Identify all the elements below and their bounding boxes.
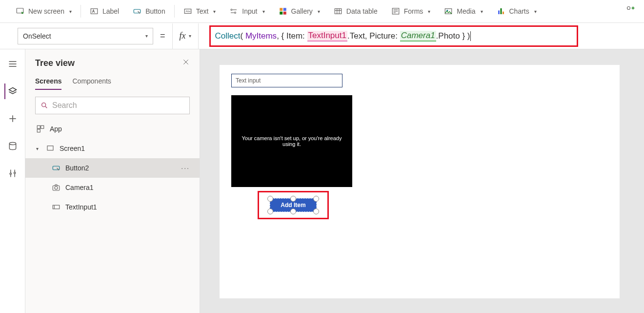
screen-icon	[46, 144, 55, 153]
tree-item-textinput1[interactable]: TextInput1	[25, 197, 200, 217]
charts-button[interactable]: Charts ▾	[490, 0, 543, 22]
separator	[198, 23, 199, 49]
formula-input[interactable]: Collect( MyItems, { Item: TextInput1.Tex…	[205, 23, 635, 49]
button-label: Add Item	[281, 202, 305, 209]
text-button[interactable]: Abc Text ▾	[177, 0, 223, 22]
forms-icon	[391, 7, 400, 16]
resize-handle[interactable]	[313, 209, 319, 214]
plus-icon	[626, 6, 635, 15]
tree-item-button2[interactable]: Button2 ···	[25, 158, 200, 178]
layers-icon	[8, 86, 18, 96]
search-icon	[40, 102, 48, 109]
fx-button[interactable]: fx ▾	[180, 31, 191, 41]
tree-tabs: Screens Components	[35, 77, 190, 90]
property-name: OnSelect	[23, 32, 51, 40]
tree-search-input[interactable]: Search	[35, 97, 190, 114]
chevron-down-icon: ▾	[189, 33, 191, 39]
resize-handle[interactable]	[267, 196, 273, 202]
token-control-ref: Camera1	[400, 31, 436, 42]
canvas-screen[interactable]: Text input Your camera isn't set up, or …	[220, 65, 620, 298]
text-input-icon	[52, 203, 60, 211]
add-more-button[interactable]	[626, 6, 635, 17]
resize-handle[interactable]	[290, 209, 296, 214]
canvas-area[interactable]: Text input Your camera isn't set up, or …	[200, 49, 644, 313]
tree-view-rail-button[interactable]	[4, 83, 20, 99]
label-button[interactable]: Label	[83, 0, 126, 22]
svg-point-7	[235, 12, 236, 14]
control-button-selected[interactable]: Add Item	[270, 198, 317, 212]
resize-handle[interactable]	[267, 209, 273, 214]
chevron-down-icon: ▾	[262, 9, 265, 14]
tree-label: Screen1	[60, 145, 85, 152]
tree-list: App ▾ Screen1 Button2 ··· Camera1 TextIn…	[25, 119, 200, 217]
tree-item-app[interactable]: App	[25, 119, 200, 139]
app-icon	[36, 125, 45, 133]
svg-rect-9	[280, 8, 282, 11]
control-camera[interactable]: Your camera isn't set up, or you're alre…	[231, 95, 352, 187]
hamburger-icon	[8, 59, 18, 69]
input-button[interactable]: Input ▾	[222, 0, 271, 22]
text-label: Text	[196, 7, 209, 15]
control-text-input[interactable]: Text input	[231, 74, 342, 87]
button-button[interactable]: Button	[126, 0, 172, 22]
svg-rect-42	[47, 146, 53, 150]
annotation-box: Add Item	[258, 191, 329, 219]
hamburger-button[interactable]	[5, 56, 20, 72]
new-screen-button[interactable]: New screen ▾	[9, 0, 79, 22]
more-options-button[interactable]: ···	[181, 164, 190, 172]
button-icon	[133, 7, 141, 16]
gallery-button[interactable]: Gallery ▾	[272, 0, 327, 22]
svg-point-26	[627, 6, 630, 9]
separator	[174, 5, 175, 18]
chevron-down-icon: ▾	[481, 9, 483, 14]
tree-view-title: Tree view	[35, 58, 75, 68]
tree-label: App	[50, 125, 62, 133]
chevron-down-icon: ▾	[213, 9, 216, 14]
svg-point-37	[42, 103, 46, 107]
fx-icon: fx	[180, 31, 186, 41]
resize-handle[interactable]	[313, 196, 319, 202]
charts-icon	[497, 7, 505, 16]
media-label: Media	[457, 7, 475, 15]
separator	[80, 5, 81, 18]
svg-rect-13	[335, 9, 342, 14]
tree-item-screen1[interactable]: ▾ Screen1	[25, 139, 200, 158]
text-icon: Abc	[183, 7, 192, 16]
new-screen-label: New screen	[28, 7, 64, 15]
button-text: Button	[145, 7, 165, 15]
svg-rect-40	[41, 125, 44, 128]
data-table-button[interactable]: Data table	[327, 0, 384, 22]
svg-point-33	[10, 173, 11, 174]
svg-rect-46	[53, 205, 60, 209]
svg-rect-25	[503, 12, 504, 14]
insert-rail-button[interactable]	[5, 111, 20, 126]
token-collection: MyItems	[245, 31, 277, 41]
svg-rect-24	[500, 8, 502, 14]
forms-button[interactable]: Forms ▾	[384, 0, 438, 22]
charts-label: Charts	[509, 7, 529, 15]
data-rail-button[interactable]	[5, 138, 20, 154]
tab-screens[interactable]: Screens	[35, 77, 61, 90]
svg-point-5	[231, 9, 232, 11]
button-icon	[52, 164, 60, 172]
tab-components[interactable]: Components	[72, 77, 111, 90]
plus-icon	[8, 114, 18, 124]
data-table-icon	[334, 7, 342, 16]
left-rail	[0, 49, 25, 313]
chevron-down-icon: ▾	[318, 9, 320, 14]
tree-item-camera1[interactable]: Camera1	[25, 178, 200, 197]
resize-handle[interactable]	[290, 196, 296, 202]
svg-line-38	[45, 106, 47, 108]
label-icon	[90, 7, 99, 16]
text-cursor	[470, 31, 471, 41]
tools-rail-button[interactable]	[5, 166, 20, 181]
input-label: Input	[242, 7, 257, 15]
close-panel-button[interactable]	[182, 58, 190, 68]
data-table-label: Data table	[346, 7, 378, 15]
svg-rect-23	[498, 11, 500, 15]
gallery-icon	[279, 7, 287, 16]
property-selector[interactable]: OnSelect ▾	[18, 28, 153, 44]
media-button[interactable]: Media ▾	[437, 0, 489, 22]
tree-view-panel: Tree view Screens Components Search App …	[25, 49, 200, 313]
svg-rect-11	[280, 12, 282, 15]
